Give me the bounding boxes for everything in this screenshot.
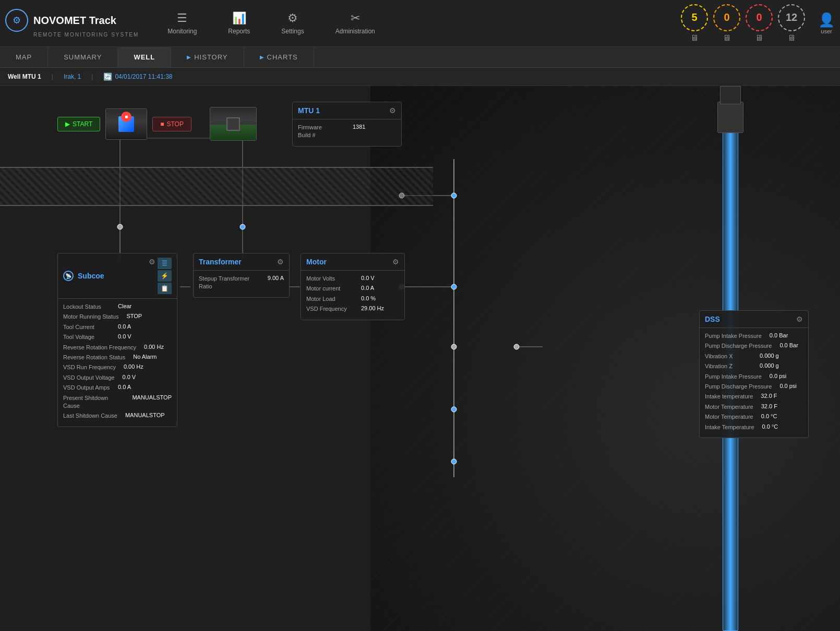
subcoe-chart-button[interactable]: ⚡ <box>158 270 172 282</box>
subcoe-copy-button[interactable]: 📋 <box>158 283 172 294</box>
stop-icon: ■ <box>160 120 164 128</box>
subcoe-wifi-icon: 📡 <box>63 271 74 281</box>
nav-administration-label: Administration <box>335 28 375 35</box>
timestamp: 🔄 04/01/2017 11:41:38 <box>103 72 172 81</box>
badge-ring-3: 0 <box>746 4 773 31</box>
mtu-firmware-value: 1381 <box>353 124 365 140</box>
subcoe-gear-icon[interactable]: ⚙ <box>149 258 155 294</box>
subcoe-card: 📡 Subcoe ⚙ ☰ ⚡ 📋 Lockout Status Clear Mo… <box>57 253 177 427</box>
nav-reports-label: Reports <box>228 28 250 35</box>
mtu-title: MTU 1 <box>298 106 320 115</box>
user-label: user <box>821 28 832 34</box>
start-button[interactable]: ▶ START <box>57 117 100 131</box>
nav-items: ☰ Monitoring 📊 Reports ⚙ Settings ✂ Admi… <box>160 9 681 38</box>
breadcrumb-bar: Well MTU 1 | Irak, 1 | 🔄 04/01/2017 11:4… <box>0 68 840 86</box>
top-navigation: ⚙ NOVOMET Track REMOTE MONITORING SYSTEM… <box>0 0 840 47</box>
mtu-body: Firmware Build # 1381 <box>293 119 401 146</box>
dss-body: Pump Intake Pressure 0.0 Bar Pump Discha… <box>700 328 808 438</box>
badge-icon-3: 🖥 <box>755 33 763 43</box>
dss-card: DSS ⚙ Pump Intake Pressure 0.0 Bar Pump … <box>699 310 809 438</box>
logo-icon: ⚙ <box>5 9 28 32</box>
dss-gear-icon[interactable]: ⚙ <box>796 315 803 323</box>
badge-ring-2: 0 <box>713 4 740 31</box>
device-thumbnail-1: ■ <box>105 108 147 140</box>
logo-area: ⚙ NOVOMET Track REMOTE MONITORING SYSTEM <box>5 9 139 38</box>
mtu-firmware-label: Firmware Build # <box>298 124 345 140</box>
badge-ring-1: 5 <box>681 4 708 31</box>
subnav-map[interactable]: MAP <box>0 47 48 67</box>
subcoe-list-button[interactable]: ☰ <box>158 258 172 269</box>
motor-header: Motor ⚙ <box>301 253 404 271</box>
monitoring-icon: ☰ <box>177 11 187 25</box>
nav-reports[interactable]: 📊 Reports <box>220 9 258 38</box>
settings-icon: ⚙ <box>287 11 298 25</box>
badge-4[interactable]: 12 🖥 <box>778 4 805 43</box>
mtu-gear-icon[interactable]: ⚙ <box>389 106 396 115</box>
nav-right: 5 🖥 0 🖥 0 🖥 12 🖥 👤 user <box>681 4 835 43</box>
badge-icon-4: 🖥 <box>787 33 796 43</box>
subcoe-title: Subcoe <box>78 272 104 280</box>
badge-ring-4: 12 <box>778 4 805 31</box>
subcoe-body: Lockout Status Clear Motor Running Statu… <box>58 299 177 427</box>
badge-2[interactable]: 0 🖥 <box>713 4 740 43</box>
badge-icon-1: 🖥 <box>690 33 699 43</box>
transformer-gear-icon[interactable]: ⚙ <box>277 258 284 266</box>
stop-button[interactable]: ■ STOP <box>152 117 191 131</box>
app-subtitle: REMOTE MONITORING SYSTEM <box>33 32 139 38</box>
user-menu[interactable]: 👤 user <box>818 12 835 34</box>
subnav-charts[interactable]: ▶CHARTS <box>244 47 314 67</box>
device-thumbnail-2 <box>210 107 257 141</box>
user-avatar-icon: 👤 <box>818 12 835 28</box>
transformer-header: Transformer ⚙ <box>194 253 289 271</box>
transformer-body: Stepup Transformer Ratio 9.00 A <box>194 271 289 297</box>
main-content: ▶ START ■ ■ STOP MTU 1 ⚙ <box>0 86 840 631</box>
control-row: ▶ START ■ ■ STOP <box>57 107 257 141</box>
subnav-summary[interactable]: SUMMARY <box>48 47 118 67</box>
subcoe-header: 📡 Subcoe ⚙ ☰ ⚡ 📋 <box>58 253 177 299</box>
nav-settings[interactable]: ⚙ Settings <box>273 9 311 38</box>
nav-monitoring-label: Monitoring <box>167 28 197 35</box>
motor-body: Motor Volts 0.0 V Motor current 0.0 A Mo… <box>301 271 404 320</box>
ground-surface <box>0 167 433 206</box>
mtu-card: MTU 1 ⚙ Firmware Build # 1381 <box>292 102 402 147</box>
start-icon: ▶ <box>65 120 70 128</box>
mtu-firmware-row: Firmware Build # 1381 <box>298 124 396 140</box>
badge-1[interactable]: 5 🖥 <box>681 4 708 43</box>
nav-settings-label: Settings <box>281 28 304 35</box>
transformer-title: Transformer <box>199 258 242 266</box>
nav-administration[interactable]: ✂ Administration <box>328 9 383 38</box>
motor-title: Motor <box>306 258 327 266</box>
subnav-well[interactable]: WELL <box>118 47 171 67</box>
well-name: Well MTU 1 <box>8 73 41 80</box>
svg-point-9 <box>117 224 123 229</box>
datetime-value: 04/01/2017 11:41:38 <box>115 73 172 80</box>
dss-header: DSS ⚙ <box>700 311 808 328</box>
reports-icon: 📊 <box>232 11 246 25</box>
nav-monitoring[interactable]: ☰ Monitoring <box>160 9 205 38</box>
mtu-header: MTU 1 ⚙ <box>293 102 401 119</box>
refresh-icon: 🔄 <box>103 72 112 81</box>
svg-point-10 <box>240 224 245 229</box>
subnav-history[interactable]: ▶HISTORY <box>171 47 244 67</box>
badge-3[interactable]: 0 🖥 <box>746 4 773 43</box>
motor-gear-icon[interactable]: ⚙ <box>392 258 399 266</box>
administration-icon: ✂ <box>351 11 360 25</box>
secondary-navigation: MAP SUMMARY WELL ▶HISTORY ▶CHARTS <box>0 47 840 68</box>
app-title: NOVOMET Track <box>33 15 116 27</box>
badge-icon-2: 🖥 <box>723 33 731 43</box>
dss-title: DSS <box>705 315 720 323</box>
motor-card: Motor ⚙ Motor Volts 0.0 V Motor current … <box>301 253 405 320</box>
well-location: Irak, 1 <box>64 73 81 80</box>
transformer-card: Transformer ⚙ Stepup Transformer Ratio 9… <box>193 253 290 298</box>
